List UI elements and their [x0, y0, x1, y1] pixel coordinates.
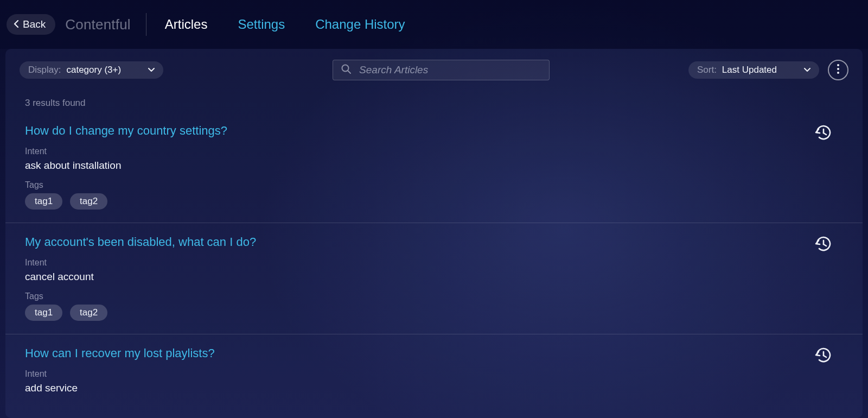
display-filter[interactable]: Display: category (3+) [20, 61, 163, 79]
history-icon [814, 245, 833, 254]
intent-value: add service [25, 382, 843, 394]
display-label: Display: [28, 65, 61, 75]
svg-line-1 [348, 71, 351, 74]
chevron-left-icon [13, 18, 20, 30]
more-menu-button[interactable] [828, 60, 848, 80]
svg-line-10 [824, 356, 826, 357]
tag-row: tag1 tag2 [25, 193, 843, 210]
tab-change-history[interactable]: Change History [312, 15, 408, 34]
tab-settings[interactable]: Settings [234, 15, 288, 34]
results-count: 3 results found [5, 86, 863, 112]
svg-point-2 [837, 64, 839, 66]
history-button[interactable] [814, 346, 833, 366]
search-input[interactable] [359, 64, 541, 76]
svg-point-3 [837, 68, 839, 70]
article-row: How do I change my country settings? Int… [5, 112, 863, 223]
history-button[interactable] [814, 124, 833, 143]
tag-chip[interactable]: tag1 [25, 193, 62, 210]
history-button[interactable] [814, 235, 833, 255]
tag-chip[interactable]: tag2 [70, 305, 107, 321]
sort-label: Sort: [697, 65, 717, 75]
back-button[interactable]: Back [7, 14, 55, 35]
svg-point-4 [837, 72, 839, 74]
tag-chip[interactable]: tag1 [25, 305, 62, 321]
main-panel: Display: category (3+) Sort: Last Update… [5, 49, 863, 418]
article-row: How can I recover my lost playlists? Int… [5, 334, 863, 416]
search-icon [341, 64, 352, 77]
display-value: category (3+) [66, 65, 121, 75]
tag-chip[interactable]: tag2 [70, 193, 107, 210]
intent-value: cancel account [25, 271, 843, 283]
article-title[interactable]: My account's been disabled, what can I d… [25, 235, 256, 249]
article-row: My account's been disabled, what can I d… [5, 223, 863, 334]
svg-point-0 [342, 65, 349, 72]
tag-row: tag1 tag2 [25, 305, 843, 321]
svg-line-6 [824, 133, 826, 135]
article-title[interactable]: How can I recover my lost playlists? [25, 346, 215, 360]
tags-label: Tags [25, 292, 843, 301]
history-icon [814, 356, 833, 365]
intent-label: Intent [25, 258, 843, 268]
chevron-down-icon [804, 65, 810, 75]
sort-filter[interactable]: Sort: Last Updated [688, 61, 819, 79]
intent-value: ask about installation [25, 160, 843, 172]
tab-articles[interactable]: Articles [162, 15, 211, 34]
search-box[interactable] [333, 60, 550, 80]
toolbar: Display: category (3+) Sort: Last Update… [5, 49, 863, 86]
brand-name: Contentful [65, 16, 131, 33]
tags-label: Tags [25, 180, 843, 190]
intent-label: Intent [25, 369, 843, 379]
back-label: Back [23, 18, 46, 30]
chevron-down-icon [148, 65, 155, 75]
intent-label: Intent [25, 147, 843, 156]
kebab-icon [837, 64, 839, 76]
svg-line-8 [824, 244, 826, 246]
top-nav: Back Contentful Articles Settings Change… [0, 0, 868, 49]
article-title[interactable]: How do I change my country settings? [25, 124, 227, 138]
sort-value: Last Updated [722, 65, 777, 75]
history-icon [814, 134, 833, 143]
nav-separator [146, 13, 146, 36]
